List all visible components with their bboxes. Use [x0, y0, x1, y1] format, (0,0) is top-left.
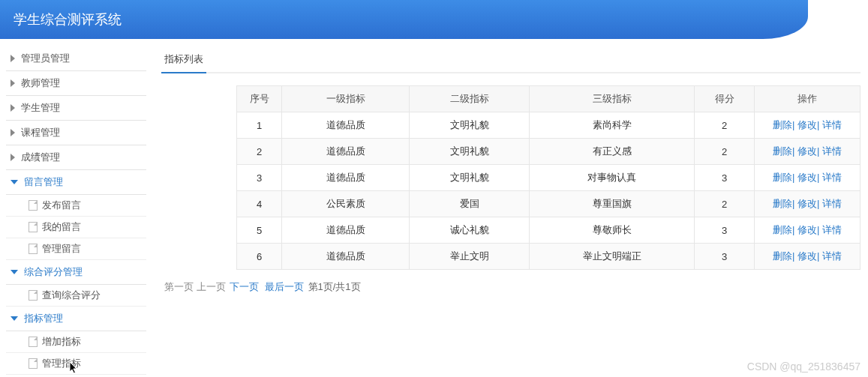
cell-l3: 尊敬师长: [530, 217, 695, 244]
delete-link[interactable]: 删除: [773, 172, 792, 183]
chevron-right-icon: [11, 55, 15, 62]
cell-l3: 有正义感: [530, 139, 695, 165]
file-icon: [29, 290, 38, 301]
sidebar-item-5-0[interactable]: 发布留言: [6, 195, 146, 217]
table-header-5: 操作: [755, 86, 860, 112]
delete-link[interactable]: 删除: [773, 198, 792, 209]
edit-link[interactable]: 修改: [797, 250, 817, 262]
table-row: 6道德品质举止文明举止文明端正3删除| 修改| 详情: [237, 244, 860, 270]
cell-actions: 删除| 修改| 详情: [755, 139, 860, 165]
chevron-down-icon: [11, 316, 18, 321]
cell-seq: 4: [237, 191, 282, 217]
sidebar-group-6[interactable]: 综合评分管理: [6, 260, 146, 285]
sidebar-group-1[interactable]: 教师管理: [6, 71, 146, 96]
file-icon: [29, 358, 38, 369]
sidebar-group-3[interactable]: 课程管理: [6, 121, 146, 145]
detail-link[interactable]: 详情: [822, 224, 842, 235]
table-header-2: 二级指标: [410, 86, 530, 112]
last-page-link[interactable]: 最后一页: [265, 281, 304, 292]
cell-l2: 举止文明: [410, 244, 530, 270]
chevron-right-icon: [11, 79, 15, 87]
cell-l1: 道德品质: [282, 112, 410, 139]
chevron-right-icon: [11, 104, 15, 112]
next-page-link[interactable]: 下一页: [230, 281, 259, 292]
cell-seq: 1: [237, 112, 282, 139]
prev-page-link[interactable]: 上一页: [197, 281, 226, 292]
delete-link[interactable]: 删除: [773, 145, 792, 157]
edit-link[interactable]: 修改: [797, 224, 817, 235]
delete-link[interactable]: 删除: [773, 250, 792, 262]
edit-link[interactable]: 修改: [797, 145, 817, 157]
cell-l2: 文明礼貌: [410, 165, 530, 191]
table-row: 5道德品质诚心礼貌尊敬师长3删除| 修改| 详情: [237, 217, 860, 244]
sidebar-group-2[interactable]: 学生管理: [6, 96, 146, 121]
pagination: 第一页 上一页 下一页 最后一页 第1页/共1页: [161, 270, 860, 304]
detail-link[interactable]: 详情: [822, 198, 842, 209]
sidebar-item-label: 增加指标: [42, 335, 81, 349]
indicator-table: 序号一级指标二级指标三级指标得分操作 1道德品质文明礼貌素尚科学2删除| 修改|…: [236, 85, 860, 270]
cell-l3: 尊重国旗: [530, 191, 695, 217]
sidebar-item-label: 发布留言: [42, 199, 81, 212]
cell-l1: 公民素质: [282, 191, 410, 217]
table-row: 2道德品质文明礼貌有正义感2删除| 修改| 详情: [237, 139, 860, 165]
cell-score: 2: [695, 112, 755, 139]
table-row: 1道德品质文明礼貌素尚科学2删除| 修改| 详情: [237, 112, 860, 139]
table-header-3: 三级指标: [530, 86, 695, 112]
cell-score: 3: [695, 217, 755, 244]
sidebar-item-5-1[interactable]: 我的留言: [6, 217, 146, 238]
sidebar-group-label: 教师管理: [21, 76, 60, 90]
cell-seq: 2: [237, 139, 282, 165]
table-row: 3道德品质文明礼貌对事物认真3删除| 修改| 详情: [237, 165, 860, 191]
file-icon: [29, 200, 38, 211]
cell-seq: 3: [237, 165, 282, 191]
edit-link[interactable]: 修改: [797, 119, 817, 130]
cell-actions: 删除| 修改| 详情: [755, 112, 860, 139]
chevron-right-icon: [11, 129, 15, 136]
sidebar-group-label: 指标管理: [24, 312, 63, 325]
detail-link[interactable]: 详情: [822, 145, 842, 157]
sidebar-group-0[interactable]: 管理员管理: [6, 46, 146, 71]
edit-link[interactable]: 修改: [797, 172, 817, 183]
sidebar-group-5[interactable]: 留言管理: [6, 170, 146, 195]
edit-link[interactable]: 修改: [797, 198, 817, 209]
cell-l1: 道德品质: [282, 139, 410, 165]
sidebar-group-label: 课程管理: [21, 126, 60, 139]
sidebar-item-6-0[interactable]: 查询综合评分: [6, 285, 146, 307]
page-info: 第1页/共1页: [308, 281, 361, 292]
app-title: 学生综合测评系统: [14, 12, 122, 27]
detail-link[interactable]: 详情: [822, 172, 842, 183]
cell-l1: 道德品质: [282, 244, 410, 270]
cell-l2: 诚心礼貌: [410, 217, 530, 244]
content-title: 指标列表: [161, 46, 206, 73]
content-title-bar: 指标列表: [161, 46, 860, 73]
detail-link[interactable]: 详情: [822, 250, 842, 262]
sidebar-item-7-0[interactable]: 增加指标: [6, 331, 146, 353]
delete-link[interactable]: 删除: [773, 224, 792, 235]
table-row: 4公民素质爱国尊重国旗2删除| 修改| 详情: [237, 191, 860, 217]
sidebar-group-7[interactable]: 指标管理: [6, 307, 146, 331]
delete-link[interactable]: 删除: [773, 119, 792, 130]
cell-score: 3: [695, 244, 755, 270]
cell-l1: 道德品质: [282, 217, 410, 244]
sidebar-group-4[interactable]: 成绩管理: [6, 145, 146, 170]
cell-score: 2: [695, 191, 755, 217]
chevron-down-icon: [11, 270, 18, 274]
sidebar-group-label: 综合评分管理: [24, 265, 83, 279]
cell-score: 2: [695, 139, 755, 165]
cell-score: 3: [695, 165, 755, 191]
cell-l3: 举止文明端正: [530, 244, 695, 270]
table-header-0: 序号: [237, 86, 282, 112]
sidebar-item-5-2[interactable]: 管理留言: [6, 238, 146, 260]
cell-actions: 删除| 修改| 详情: [755, 191, 860, 217]
cell-seq: 5: [237, 217, 282, 244]
cell-l3: 素尚科学: [530, 112, 695, 139]
sidebar-item-7-1[interactable]: 管理指标: [6, 353, 146, 375]
file-icon: [29, 337, 38, 347]
first-page-link[interactable]: 第一页: [164, 281, 194, 292]
sidebar-item-label: 管理留言: [42, 242, 81, 256]
cell-l3: 对事物认真: [530, 165, 695, 191]
sidebar-group-label: 学生管理: [21, 101, 60, 115]
table-header-4: 得分: [695, 86, 755, 112]
detail-link[interactable]: 详情: [822, 119, 842, 130]
cell-l1: 道德品质: [282, 165, 410, 191]
